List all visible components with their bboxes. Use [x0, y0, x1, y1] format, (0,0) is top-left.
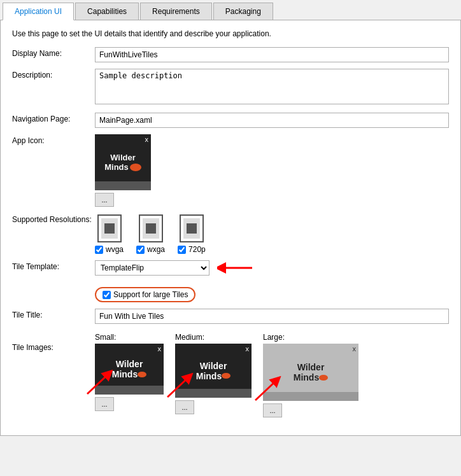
app-icon-label: App Icon: — [12, 134, 95, 145]
medium-arrow-icon — [162, 370, 201, 402]
app-icon-control: x Wilder Minds ... — [95, 134, 449, 207]
medium-dot-icon — [222, 373, 230, 379]
display-name-row: Display Name: — [12, 47, 449, 62]
large-label: Large: — [263, 333, 285, 342]
support-large-tiles-row: Support for large Tiles — [12, 282, 449, 302]
large-dot-icon — [319, 375, 328, 381]
wxga-label: wxga — [136, 245, 165, 254]
large-tile-wrapper: x Wilder Minds — [263, 344, 358, 401]
large-tile-close[interactable]: x — [353, 345, 357, 353]
wvga-checkbox[interactable] — [95, 246, 103, 254]
support-large-tiles-box: Support for large Tiles — [95, 287, 195, 302]
wxga-icon — [139, 214, 163, 242]
resolutions-control: wvga wxga — [95, 213, 449, 254]
wxga-checkbox[interactable] — [136, 246, 145, 254]
app-icon-logo: Wilder Minds — [104, 153, 141, 172]
tile-template-control: TemplateFlip — [95, 260, 449, 276]
tile-images-list: Small: x Wilder Minds — [95, 333, 449, 417]
wvga-label: wvga — [95, 245, 124, 254]
description-input[interactable]: Sample description — [95, 69, 449, 104]
resolutions-row: wvga wxga — [95, 214, 449, 254]
tab-bar: Application UI Capabilities Requirements… — [0, 0, 461, 20]
wm-dot-icon — [130, 164, 141, 171]
wvga-icon — [97, 214, 122, 242]
wxga-icon-inner — [146, 223, 156, 234]
app-icon-box: x Wilder Minds — [95, 134, 151, 190]
tile-template-row: Tile Template: TemplateFlip — [12, 260, 449, 276]
tile-images-control: Small: x Wilder Minds — [95, 330, 449, 417]
large-tile-logo2: Minds — [294, 372, 328, 382]
app-icon-close-btn[interactable]: x — [145, 136, 149, 143]
large-tile-logo: Wilder — [297, 362, 325, 372]
red-arrow-icon — [217, 261, 255, 275]
svg-line-3 — [87, 374, 109, 394]
small-tile-logo: Wilder — [116, 359, 143, 369]
medium-tile-logo: Wilder — [200, 361, 227, 371]
tab-application-ui[interactable]: Application UI — [3, 3, 74, 20]
resolution-720p: 720p — [178, 214, 206, 254]
svg-line-5 — [167, 377, 189, 397]
tile-images-label: Tile Images: — [12, 330, 95, 352]
medium-tile-wrapper: x Wilder Minds — [175, 344, 252, 398]
description-control: Sample description — [95, 69, 449, 106]
icon-bottom-bar — [95, 181, 151, 190]
tile-template-select-row: TemplateFlip — [95, 260, 449, 276]
supported-resolutions-row: Supported Resolutions: wvga — [12, 213, 449, 254]
medium-label: Medium: — [175, 333, 204, 342]
navigation-page-input[interactable] — [95, 113, 449, 128]
navigation-page-control — [95, 113, 449, 128]
720p-label: 720p — [178, 245, 206, 254]
720p-checkbox[interactable] — [178, 246, 186, 254]
minds-text: Minds — [104, 162, 129, 172]
large-tile-group: Large: x Wilder Minds — [263, 333, 358, 417]
display-name-input[interactable] — [95, 47, 449, 62]
tile-images-row: Tile Images: Small: x Wilder Minds — [12, 330, 449, 417]
support-large-tiles-label: Support for large Tiles — [113, 290, 188, 299]
tile-template-label: Tile Template: — [12, 260, 95, 271]
small-tile-close[interactable]: x — [158, 345, 162, 353]
small-dot-icon — [138, 372, 146, 377]
720p-icon — [180, 214, 204, 242]
intro-text: Use this page to set the UI details that… — [12, 29, 449, 38]
small-label: Small: — [95, 333, 116, 342]
tab-requirements[interactable]: Requirements — [140, 3, 212, 20]
medium-tile-logo2: Minds — [196, 371, 230, 381]
wilder-text: Wilder — [110, 153, 136, 162]
tab-capabilities[interactable]: Capabilities — [75, 3, 139, 20]
small-tile-group: Small: x Wilder Minds — [95, 333, 164, 411]
app-icon-browse-button[interactable]: ... — [95, 193, 114, 207]
description-label: Description: — [12, 69, 95, 80]
wvga-icon-inner — [104, 223, 115, 234]
support-large-tiles-checkbox[interactable] — [103, 291, 111, 299]
large-arrow-icon — [250, 374, 288, 405]
tile-template-select[interactable]: TemplateFlip — [95, 260, 209, 276]
arrow-indicator — [217, 261, 255, 275]
navigation-page-row: Navigation Page: — [12, 113, 449, 128]
tile-title-input[interactable] — [95, 309, 449, 324]
tile-title-control — [95, 309, 449, 324]
small-tile-wrapper: x Wilder Minds — [95, 344, 164, 395]
supported-resolutions-label: Supported Resolutions: — [12, 213, 95, 224]
app-icon-row: App Icon: x Wilder Minds ... — [12, 134, 449, 207]
medium-tile-arrow — [162, 370, 201, 404]
small-tile-logo2: Minds — [112, 369, 146, 379]
resolution-wxga: wxga — [136, 214, 165, 254]
large-tile-arrow — [250, 374, 288, 407]
tile-title-row: Tile Title: — [12, 309, 449, 324]
description-row: Description: Sample description — [12, 69, 449, 106]
tab-packaging[interactable]: Packaging — [213, 3, 273, 20]
medium-tile-group: Medium: x Wilder Minds — [175, 333, 252, 414]
display-name-label: Display Name: — [12, 47, 95, 58]
tile-title-label: Tile Title: — [12, 309, 95, 319]
resolution-wvga: wvga — [95, 214, 124, 254]
main-content: Use this page to set the UI details that… — [0, 20, 461, 436]
navigation-page-label: Navigation Page: — [12, 113, 95, 123]
medium-tile-close[interactable]: x — [246, 345, 250, 353]
720p-icon-inner — [187, 223, 197, 234]
display-name-control — [95, 47, 449, 62]
svg-line-7 — [255, 380, 277, 400]
